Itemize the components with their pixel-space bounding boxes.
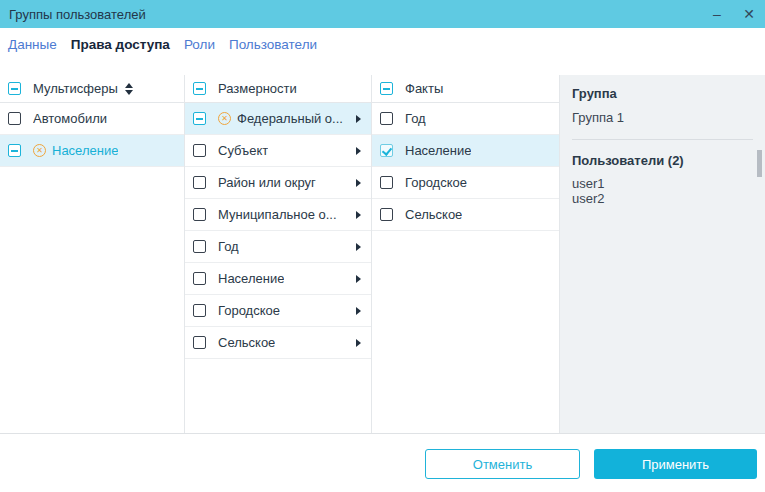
ban-icon bbox=[33, 144, 46, 157]
expand-arrow-icon[interactable] bbox=[356, 243, 361, 251]
list-item[interactable]: Субъект bbox=[185, 135, 371, 167]
row-label: Субъект bbox=[218, 143, 268, 158]
access-rights-panel: Мультисферы Автомобили Население bbox=[0, 75, 765, 433]
list-item[interactable]: Федеральный о... bbox=[185, 103, 371, 135]
dimensions-header-checkbox[interactable] bbox=[193, 82, 206, 95]
expand-arrow-icon[interactable] bbox=[356, 275, 361, 283]
multispheres-list: Автомобили Население bbox=[0, 103, 184, 167]
expand-arrow-icon[interactable] bbox=[356, 179, 361, 187]
list-item[interactable]: Население bbox=[0, 135, 184, 167]
list-item[interactable]: Автомобили bbox=[0, 103, 184, 135]
list-item[interactable]: Городское bbox=[185, 295, 371, 327]
row-label: Район или округ bbox=[218, 175, 316, 190]
expand-arrow-icon[interactable] bbox=[356, 115, 361, 123]
expand-arrow-icon[interactable] bbox=[356, 211, 361, 219]
row-checkbox[interactable] bbox=[380, 112, 393, 125]
row-label: Городское bbox=[405, 175, 467, 190]
expand-arrow-icon[interactable] bbox=[356, 339, 361, 347]
row-label: Население bbox=[405, 143, 471, 158]
row-checkbox[interactable] bbox=[193, 272, 206, 285]
row-label: Автомобили bbox=[33, 111, 107, 126]
dimensions-column: Размерности Федеральный о... Субъект bbox=[185, 75, 372, 433]
facts-header: Факты bbox=[372, 75, 559, 103]
minimize-icon[interactable]: – bbox=[701, 0, 733, 28]
dimensions-list: Федеральный о... Субъект Район или округ bbox=[185, 103, 371, 359]
tab[interactable]: Данные bbox=[8, 37, 57, 55]
row-checkbox[interactable] bbox=[193, 208, 206, 221]
divider bbox=[572, 139, 753, 140]
list-item[interactable]: Население bbox=[185, 263, 371, 295]
list-item[interactable]: Район или округ bbox=[185, 167, 371, 199]
facts-header-label: Факты bbox=[405, 81, 443, 96]
multispheres-header-label: Мультисферы bbox=[33, 81, 118, 96]
multispheres-header-checkbox[interactable] bbox=[8, 82, 21, 95]
facts-column: Факты Год Население bbox=[372, 75, 560, 433]
sort-icon[interactable] bbox=[125, 83, 133, 95]
close-icon[interactable]: ✕ bbox=[733, 0, 765, 28]
row-checkbox[interactable] bbox=[8, 112, 21, 125]
expand-arrow-icon[interactable] bbox=[356, 307, 361, 315]
row-label: Федеральный о... bbox=[237, 111, 343, 126]
list-item[interactable]: Год bbox=[185, 231, 371, 263]
row-label: Год bbox=[218, 239, 239, 254]
multispheres-header: Мультисферы bbox=[0, 75, 184, 103]
tab[interactable]: Права доступа bbox=[71, 37, 170, 55]
group-value: Группа 1 bbox=[572, 110, 753, 125]
row-checkbox[interactable] bbox=[8, 144, 21, 157]
tab[interactable]: Пользователи bbox=[229, 37, 317, 55]
row-label: Год bbox=[405, 111, 426, 126]
apply-button[interactable]: Применить bbox=[594, 449, 757, 479]
dimensions-header: Размерности bbox=[185, 75, 371, 103]
user-item: user1 bbox=[572, 176, 753, 191]
row-checkbox[interactable] bbox=[380, 144, 393, 157]
row-checkbox[interactable] bbox=[193, 336, 206, 349]
scrollbar-thumb[interactable] bbox=[757, 150, 762, 177]
row-checkbox[interactable] bbox=[380, 176, 393, 189]
list-item[interactable]: Муниципальное о... bbox=[185, 199, 371, 231]
users-label: Пользователи (2) bbox=[572, 153, 753, 168]
group-label: Группа bbox=[572, 86, 753, 101]
tabbar: ДанныеПрава доступаРолиПользователи bbox=[0, 28, 765, 75]
row-checkbox[interactable] bbox=[193, 240, 206, 253]
row-checkbox[interactable] bbox=[380, 208, 393, 221]
titlebar: Группы пользователей – ✕ bbox=[0, 0, 765, 28]
list-item[interactable]: Сельское bbox=[185, 327, 371, 359]
group-details-panel: Группа Группа 1 Пользователи (2) user1us… bbox=[560, 75, 765, 433]
list-item[interactable]: Городское bbox=[372, 167, 559, 199]
footer: Отменить Применить bbox=[0, 433, 765, 492]
list-item[interactable]: Население bbox=[372, 135, 559, 167]
expand-arrow-icon[interactable] bbox=[356, 147, 361, 155]
cancel-button[interactable]: Отменить bbox=[425, 449, 580, 479]
row-checkbox[interactable] bbox=[193, 304, 206, 317]
facts-list: Год Население Городское bbox=[372, 103, 559, 231]
window-controls: – ✕ bbox=[701, 0, 765, 28]
row-label: Население bbox=[218, 271, 284, 286]
dimensions-header-label: Размерности bbox=[218, 81, 297, 96]
user-groups-dialog: Группы пользователей – ✕ ДанныеПрава дос… bbox=[0, 0, 765, 492]
users-list: user1user2 bbox=[572, 176, 753, 206]
row-label: Муниципальное о... bbox=[218, 207, 337, 222]
row-label: Население bbox=[52, 143, 118, 158]
row-label: Городское bbox=[218, 303, 280, 318]
row-label: Сельское bbox=[405, 207, 462, 222]
row-checkbox[interactable] bbox=[193, 112, 206, 125]
row-label: Сельское bbox=[218, 335, 275, 350]
facts-header-checkbox[interactable] bbox=[380, 82, 393, 95]
multispheres-column: Мультисферы Автомобили Население bbox=[0, 75, 185, 433]
ban-icon bbox=[218, 112, 231, 125]
list-item[interactable]: Год bbox=[372, 103, 559, 135]
list-item[interactable]: Сельское bbox=[372, 199, 559, 231]
row-checkbox[interactable] bbox=[193, 144, 206, 157]
row-checkbox[interactable] bbox=[193, 176, 206, 189]
user-item: user2 bbox=[572, 191, 753, 206]
tab[interactable]: Роли bbox=[184, 37, 215, 55]
window-title: Группы пользователей bbox=[9, 7, 146, 22]
